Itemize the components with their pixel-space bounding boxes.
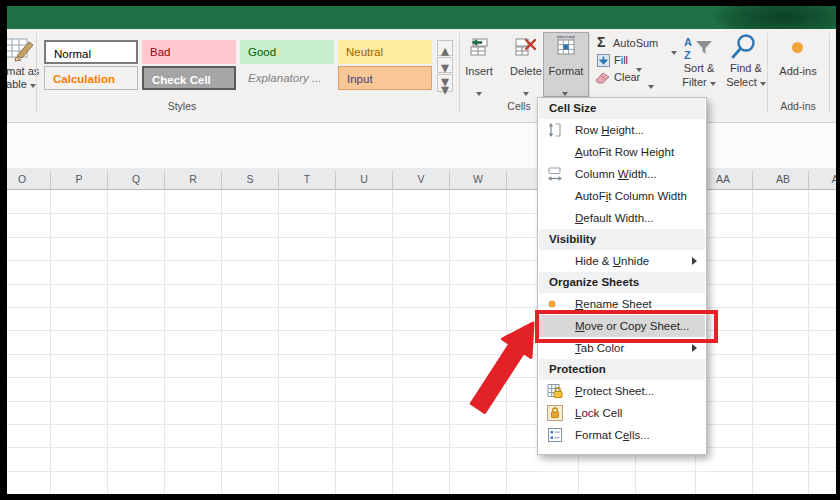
style-neutral[interactable]: Neutral [338,40,432,64]
gridline-horizontal [7,237,836,238]
style-check-cell[interactable]: Check Cell [142,66,236,90]
gridline-vertical [164,190,165,494]
clear-button[interactable]: Clear [614,71,640,83]
column-divider [164,171,165,190]
gridline-vertical [392,190,393,494]
column-header-q[interactable]: Q [132,168,140,190]
column-divider [50,171,51,190]
style-explanatory[interactable]: Explanatory ... [240,66,334,90]
column-divider [278,171,279,190]
column-header-a-partial[interactable]: A [831,168,836,190]
column-width-icon [547,166,563,182]
gridline-vertical [107,190,108,494]
gallery-scroll-up-button[interactable]: ▴ [437,40,453,56]
style-normal[interactable]: Normal [44,40,138,64]
clear-dropdown-chevron[interactable] [648,75,654,93]
gridline-horizontal [7,377,836,378]
format-as-table-label-line1[interactable]: rmat as [7,65,49,77]
column-header-aa[interactable]: AA [716,168,730,190]
column-divider [221,171,222,190]
row-height-icon [547,122,563,138]
format-as-table-label-line2[interactable]: able [7,78,49,90]
column-divider [752,171,753,190]
menu-item-row-height[interactable]: Row Height... [539,119,705,141]
gridline-horizontal [7,213,836,214]
gridline-horizontal [7,354,836,355]
insert-button[interactable]: Insert [454,65,504,78]
insert-dropdown-chevron[interactable] [476,82,482,100]
menu-item-lock-cell[interactable]: Lock Cell [539,402,705,424]
column-header-row[interactable]: OPQRSTUVWAAABA [7,168,836,190]
column-header-w[interactable]: W [473,168,483,190]
gridline-horizontal [7,260,836,261]
column-divider [449,171,450,190]
column-divider [808,171,809,190]
format-cells-icon [547,427,563,443]
autosum-button[interactable]: AutoSum [613,37,658,49]
menu-section-organize-sheets: Organize Sheets [539,272,705,293]
style-calculation[interactable]: Calculation [44,66,138,90]
menu-section-cell-size: Cell Size [539,98,705,119]
autosum-sigma-icon: Σ [597,34,610,50]
gridline-vertical [50,190,51,494]
gridline-horizontal [7,307,836,308]
gridline-vertical [808,190,809,494]
add-ins-icon [792,42,803,53]
menu-item-default-width[interactable]: Default Width... [539,207,705,229]
fill-button[interactable]: Fill [614,54,628,66]
menu-item-protect-sheet[interactable]: Protect Sheet... [539,380,705,402]
styles-group-label: Styles [137,99,227,113]
insert-cells-icon [468,36,490,58]
gridline-horizontal [7,401,836,402]
annotation-red-box [535,310,718,343]
column-header-s[interactable]: S [246,168,253,190]
fill-icon [597,53,610,66]
add-ins-button[interactable]: Add-ins [773,65,823,78]
gridline-vertical [221,190,222,494]
style-good[interactable]: Good [240,40,334,64]
column-header-t[interactable]: T [304,168,310,190]
gridline-vertical [449,190,450,494]
menu-item-format-cells[interactable]: Format Cells... [539,424,705,446]
find-select-icon [729,32,759,62]
menu-item-column-width[interactable]: Column Width... [539,163,705,185]
gallery-more-button[interactable]: ▾▾ [437,74,453,92]
format-button[interactable]: Format [541,65,591,78]
menu-item-hide-unhide[interactable]: Hide & Unhide [539,250,705,272]
column-header-r[interactable]: R [189,168,197,190]
gridline-vertical [278,190,279,494]
autosum-dropdown-chevron[interactable] [671,41,677,59]
title-bar [7,6,836,29]
ribbon: rmat as able NormalBadGoodNeutralCalcula… [7,29,836,123]
column-header-o[interactable]: O [18,168,26,190]
protect-sheet-icon [547,383,563,399]
format-dropdown-menu: Cell SizeRow Height...AutoFit Row Height… [537,97,707,455]
column-divider [107,171,108,190]
group-separator [829,33,830,113]
clear-eraser-icon [595,70,610,83]
gallery-scroll-down-button[interactable]: ▾ [437,57,453,73]
menu-item-autofit-row-height[interactable]: AutoFit Row Height [539,141,705,163]
menu-item-autofit-column-width[interactable]: AutoFit Column Width [539,185,705,207]
column-header-v[interactable]: V [417,168,424,190]
excel-window: rmat as able NormalBadGoodNeutralCalcula… [7,6,836,494]
blank-strip [7,123,836,168]
style-bad[interactable]: Bad [142,40,236,64]
column-header-u[interactable]: U [360,168,368,190]
add-ins-group-label: Add-ins [773,99,823,113]
gridline-vertical [335,190,336,494]
gridline-horizontal [7,447,836,448]
gridline-vertical [752,190,753,494]
delete-cells-icon [513,36,537,58]
column-divider [335,171,336,190]
style-input[interactable]: Input [338,66,432,90]
delete-dropdown-chevron[interactable] [523,82,529,100]
column-header-ab[interactable]: AB [776,168,790,190]
group-separator [36,33,37,113]
gridline-horizontal [7,284,836,285]
sort-filter-icon: A Z [683,35,715,63]
column-divider [506,171,507,190]
svg-text:A: A [684,36,692,48]
svg-text:Z: Z [684,49,691,61]
column-header-p[interactable]: P [75,168,82,190]
